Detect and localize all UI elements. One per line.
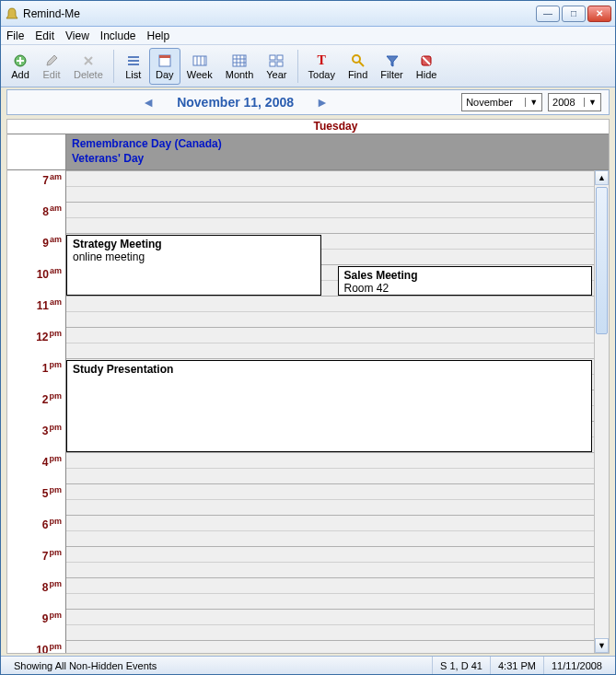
hour-label: 1pm — [7, 360, 62, 375]
hour-label: 5pm — [7, 485, 62, 500]
hour-label: 8pm — [7, 579, 62, 594]
hour-label: 12pm — [7, 329, 62, 343]
delete-icon — [79, 52, 98, 69]
toolbar-separator — [113, 50, 114, 83]
week-button[interactable]: Week — [180, 48, 219, 85]
scroll-down-button[interactable]: ▼ — [595, 638, 609, 653]
today-label: Today — [308, 69, 335, 80]
hour-label: 3pm — [7, 423, 62, 437]
time-grid[interactable]: 7am8am9am10am11am12pm1pm2pm3pm4pm5pm6pm7… — [7, 170, 609, 653]
event-title: Study Presentation — [73, 363, 586, 376]
filter-button[interactable]: Filter — [374, 48, 409, 85]
status-date: 11/11/2008 — [543, 657, 610, 674]
find-icon — [349, 52, 367, 69]
menu-edit[interactable]: Edit — [35, 29, 54, 42]
close-button[interactable]: ✕ — [587, 6, 611, 22]
svg-rect-5 — [159, 55, 170, 58]
toolbar: Add Edit Delete List Day Week Month — [1, 45, 615, 87]
date-navbar: ◄ November 11, 2008 ► November ▼ 2008 ▼ — [6, 89, 610, 115]
add-button[interactable]: Add — [5, 48, 36, 85]
day-view: Tuesday Remembrance Day (Canada) Veteran… — [6, 119, 610, 654]
delete-button[interactable]: Delete — [67, 48, 110, 85]
scrollbar[interactable]: ▲ ▼ — [594, 170, 609, 653]
month-value: November — [466, 97, 525, 108]
scroll-thumb[interactable] — [596, 187, 608, 334]
filter-icon — [383, 52, 401, 69]
week-icon — [191, 52, 209, 69]
menu-file[interactable]: File — [6, 29, 24, 42]
titlebar[interactable]: Remind-Me — □ ✕ — [1, 1, 615, 27]
year-select[interactable]: 2008 ▼ — [548, 93, 601, 111]
day-button[interactable]: Day — [149, 48, 180, 85]
svg-rect-8 — [270, 55, 275, 60]
current-date-label: November 11, 2008 — [177, 95, 294, 110]
hour-label: 6pm — [7, 517, 62, 531]
svg-point-12 — [353, 55, 360, 63]
add-icon — [11, 52, 29, 69]
hour-label: 11am — [7, 297, 62, 312]
list-icon — [124, 52, 143, 69]
allday-events[interactable]: Remembrance Day (Canada) Veterans' Day — [66, 134, 609, 169]
year-icon — [267, 52, 285, 69]
calendar-event[interactable]: Study Presentation — [66, 360, 592, 452]
event-subtitle: online meeting — [73, 250, 315, 263]
hour-label: 7am — [7, 172, 62, 187]
month-select[interactable]: November ▼ — [461, 93, 542, 111]
app-icon — [5, 6, 19, 21]
edit-button[interactable]: Edit — [36, 48, 67, 85]
menu-include[interactable]: Include — [100, 29, 136, 42]
calendar-event[interactable]: Strategy Meetingonline meeting — [66, 235, 321, 296]
scroll-up-button[interactable]: ▲ — [595, 170, 609, 185]
menubar: File Edit View Include Help — [1, 27, 615, 45]
today-icon: T — [312, 52, 331, 69]
event-title: Strategy Meeting — [73, 238, 315, 250]
day-label: Day — [156, 69, 174, 80]
menu-help[interactable]: Help — [147, 29, 170, 42]
edit-label: Edit — [43, 69, 61, 80]
hour-label: 7pm — [7, 548, 62, 563]
svg-rect-1 — [128, 56, 139, 58]
svg-rect-11 — [277, 62, 283, 66]
allday-event[interactable]: Veterans' Day — [72, 151, 603, 166]
hour-label: 9am — [7, 235, 62, 250]
chevron-down-icon: ▼ — [525, 98, 538, 107]
hour-gutter: 7am8am9am10am11am12pm1pm2pm3pm4pm5pm6pm7… — [7, 170, 66, 653]
month-button[interactable]: Month — [219, 48, 261, 85]
delete-label: Delete — [74, 69, 103, 80]
calendar-event[interactable]: Sales MeetingRoom 42 — [338, 266, 593, 296]
allday-gutter — [7, 134, 66, 169]
svg-rect-2 — [128, 60, 139, 62]
toolbar-separator — [297, 50, 298, 83]
menu-view[interactable]: View — [65, 29, 89, 42]
find-button[interactable]: Find — [342, 48, 374, 85]
svg-rect-3 — [128, 64, 139, 65]
allday-event[interactable]: Remembrance Day (Canada) — [72, 136, 603, 151]
window-title: Remind-Me — [23, 7, 536, 20]
add-label: Add — [11, 69, 29, 80]
hide-button[interactable]: Hide — [410, 48, 444, 85]
find-label: Find — [348, 69, 367, 80]
hour-label: 9pm — [7, 611, 62, 625]
chevron-down-icon: ▼ — [584, 98, 597, 107]
next-day-button[interactable]: ► — [308, 95, 336, 110]
event-title: Sales Meeting — [344, 269, 587, 282]
svg-rect-10 — [270, 62, 275, 66]
list-button[interactable]: List — [118, 48, 149, 85]
year-button[interactable]: Year — [260, 48, 293, 85]
event-subtitle: Room 42 — [344, 282, 587, 295]
weekday-header: Tuesday — [7, 120, 609, 134]
hour-label: 2pm — [7, 391, 62, 406]
status-time: 4:31 PM — [490, 657, 543, 674]
maximize-button[interactable]: □ — [562, 6, 586, 22]
status-pos: S 1, D 41 — [432, 657, 490, 674]
allday-row: Remembrance Day (Canada) Veterans' Day — [7, 134, 609, 170]
month-label: Month — [226, 69, 254, 80]
slots-area[interactable]: Strategy Meetingonline meetingSales Meet… — [66, 170, 609, 653]
week-label: Week — [187, 69, 213, 80]
hide-label: Hide — [416, 69, 437, 80]
year-value: 2008 — [552, 97, 584, 108]
svg-rect-9 — [277, 55, 283, 60]
prev-day-button[interactable]: ◄ — [134, 95, 162, 110]
minimize-button[interactable]: — — [536, 6, 560, 22]
today-button[interactable]: T Today — [302, 48, 342, 85]
